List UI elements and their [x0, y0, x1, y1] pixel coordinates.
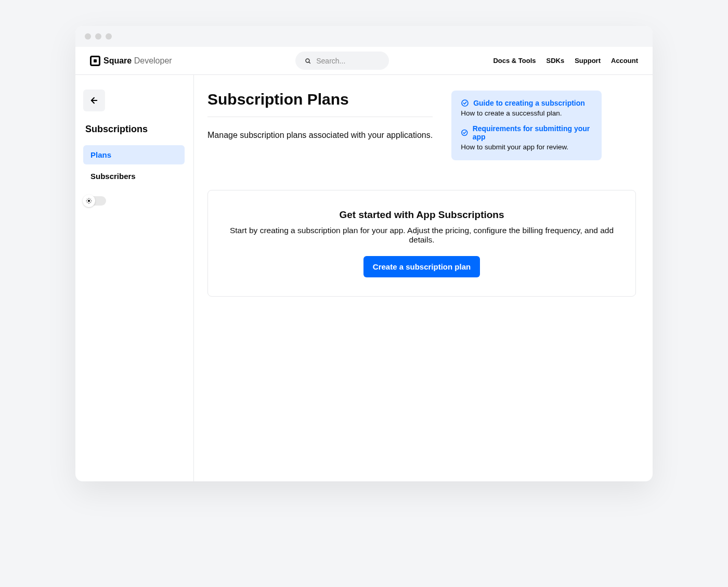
theme-toggle[interactable] [83, 196, 106, 206]
cta-desc: Start by creating a subscription plan fo… [222, 226, 622, 245]
check-circle-icon [461, 99, 469, 107]
body: Subscriptions Plans Subscribers Subscrip… [75, 75, 653, 481]
info-link-text: Requirements for submitting your app [473, 124, 593, 141]
header-nav: Docs & Tools SDKs Support Account [493, 57, 638, 65]
nav-support[interactable]: Support [575, 57, 601, 65]
sidebar: Subscriptions Plans Subscribers [75, 75, 194, 481]
search-input-container[interactable] [295, 52, 389, 70]
create-subscription-plan-button[interactable]: Create a subscription plan [363, 256, 480, 277]
main: Subscription Plans Manage subscription p… [194, 75, 653, 481]
info-link-guide[interactable]: Guide to creating a subscription [461, 99, 592, 107]
logo-text-primary: Square [103, 56, 132, 65]
nav-sdks[interactable]: SDKs [546, 57, 564, 65]
info-desc: How to create a successful plan. [461, 109, 592, 117]
info-item: Guide to creating a subscription How to … [461, 99, 592, 117]
square-logo-icon [90, 56, 100, 66]
sun-icon [86, 198, 92, 204]
divider [207, 117, 433, 117]
search-input[interactable] [316, 57, 380, 65]
nav-docs-tools[interactable]: Docs & Tools [493, 57, 536, 65]
theme-toggle-knob [83, 195, 95, 207]
info-desc: How to submit your app for review. [461, 143, 592, 151]
cta-card: Get started with App Subscriptions Start… [207, 190, 636, 297]
header: Square Developer Docs & Tools SDKs Suppo… [75, 47, 653, 75]
info-panel: Guide to creating a subscription How to … [451, 91, 602, 160]
svg-line-1 [309, 62, 310, 63]
svg-line-11 [90, 199, 91, 199]
sidebar-item-label: Subscribers [90, 172, 136, 181]
logo[interactable]: Square Developer [90, 56, 172, 66]
window-maximize-dot[interactable] [106, 33, 112, 40]
search-icon [305, 57, 311, 65]
window-minimize-dot[interactable] [95, 33, 101, 40]
svg-line-10 [87, 202, 87, 203]
window-close-dot[interactable] [85, 33, 91, 40]
logo-text-secondary: Developer [134, 56, 172, 65]
sidebar-item-label: Plans [90, 150, 111, 159]
nav-account[interactable]: Account [611, 57, 638, 65]
svg-line-6 [87, 199, 87, 199]
sidebar-title: Subscriptions [83, 124, 186, 135]
window-chrome [75, 26, 653, 47]
check-circle-icon [461, 129, 469, 137]
svg-point-3 [88, 200, 90, 202]
svg-line-7 [90, 202, 91, 203]
sidebar-item-plans[interactable]: Plans [83, 145, 185, 164]
cta-title: Get started with App Subscriptions [222, 209, 622, 221]
back-button[interactable] [83, 90, 105, 111]
arrow-left-icon [89, 96, 99, 105]
info-link-requirements[interactable]: Requirements for submitting your app [461, 124, 592, 141]
info-link-text: Guide to creating a subscription [473, 99, 585, 107]
app-window: Square Developer Docs & Tools SDKs Suppo… [75, 26, 653, 481]
sidebar-item-subscribers[interactable]: Subscribers [83, 167, 186, 186]
page-title: Subscription Plans [207, 91, 433, 108]
info-item: Requirements for submitting your app How… [461, 124, 592, 151]
page-subtitle: Manage subscription plans associated wit… [207, 131, 433, 140]
